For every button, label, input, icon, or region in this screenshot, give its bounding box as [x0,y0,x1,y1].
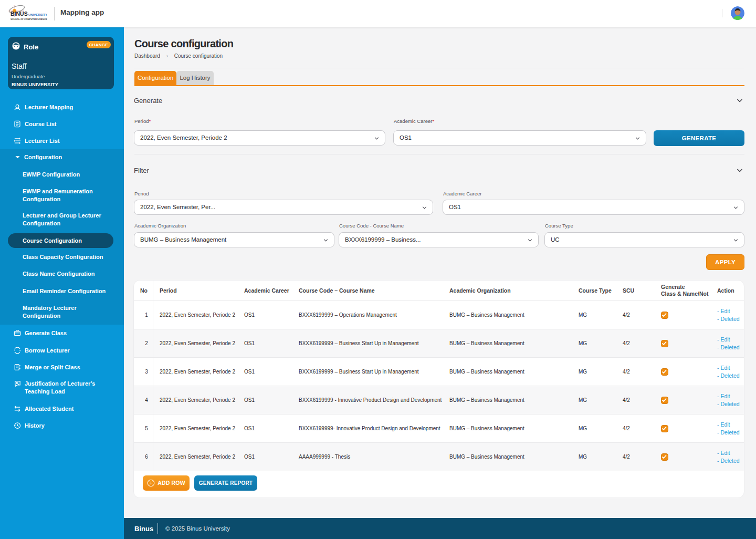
svg-text:SCHOOL OF COMPUTER SCIENCE: SCHOOL OF COMPUTER SCIENCE [10,18,47,20]
svg-text:BINUS: BINUS [10,11,28,17]
svg-text:UNIVERSITY: UNIVERSITY [28,13,47,16]
